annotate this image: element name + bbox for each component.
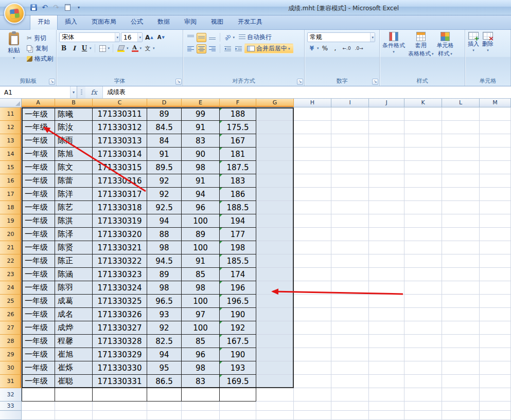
cell-M18[interactable] — [480, 201, 511, 214]
cell-K22[interactable] — [404, 254, 442, 268]
cell-K13[interactable] — [404, 134, 442, 148]
cell-C15[interactable]: 171330315 — [93, 161, 147, 174]
redo-button[interactable]: ↷ — [51, 3, 61, 12]
cell-E27[interactable]: 100 — [182, 321, 220, 335]
row-header-21[interactable]: 21 — [0, 241, 22, 254]
cell-L11[interactable] — [442, 107, 480, 121]
cell-B26[interactable]: 成名 — [55, 308, 93, 321]
row-header-29[interactable]: 29 — [0, 348, 22, 361]
cell-H30[interactable] — [294, 361, 331, 375]
cell-M31[interactable] — [480, 375, 511, 388]
cell-E32[interactable] — [182, 388, 220, 401]
decrease-indent-button[interactable] — [223, 44, 233, 53]
currency-button[interactable]: ¥ — [307, 44, 316, 53]
cell-L20[interactable] — [442, 228, 480, 241]
column-header-J[interactable]: J — [369, 99, 404, 107]
cell-I23[interactable] — [331, 268, 369, 281]
cell-G17[interactable] — [256, 188, 294, 201]
cell-A26[interactable]: 一年级 — [22, 308, 55, 321]
cell-C23[interactable]: 171330323 — [93, 268, 147, 281]
cell-B24[interactable]: 陈羽 — [55, 281, 93, 295]
cell-H22[interactable] — [294, 254, 331, 268]
cell-K31[interactable] — [404, 375, 442, 388]
fill-color-button[interactable] — [116, 44, 126, 53]
cell-A23[interactable]: 一年级 — [22, 268, 55, 281]
cell-A[interactable] — [22, 411, 55, 420]
cell-C26[interactable]: 171330326 — [93, 308, 147, 321]
cell-M22[interactable] — [480, 254, 511, 268]
row-header-24[interactable]: 24 — [0, 281, 22, 295]
cell-B23[interactable]: 陈涵 — [55, 268, 93, 281]
column-header-D[interactable]: D — [147, 99, 182, 107]
cell-D22[interactable]: 94.5 — [147, 254, 182, 268]
cell-E16[interactable]: 91 — [182, 174, 220, 188]
cell-M19[interactable] — [480, 214, 511, 228]
cell-J29[interactable] — [369, 348, 404, 361]
cell-B14[interactable]: 陈旭 — [55, 148, 93, 161]
cell-K18[interactable] — [404, 201, 442, 214]
cell-E29[interactable]: 96 — [182, 348, 220, 361]
cell-C[interactable] — [93, 411, 147, 420]
cell-I22[interactable] — [331, 254, 369, 268]
orientation-dropdown-icon[interactable]: ▾ — [233, 35, 235, 40]
cell-H14[interactable] — [294, 148, 331, 161]
cell-J[interactable] — [369, 411, 404, 420]
cell-B30[interactable]: 崔烁 — [55, 361, 93, 375]
cell-J31[interactable] — [369, 375, 404, 388]
cell-B33[interactable] — [55, 401, 93, 411]
formula-bar-splitter[interactable] — [77, 86, 85, 98]
cell-A13[interactable]: 一年级 — [22, 134, 55, 148]
cell-K24[interactable] — [404, 281, 442, 295]
cell-J28[interactable] — [369, 335, 404, 348]
row-header-27[interactable]: 27 — [0, 321, 22, 335]
increase-decimal-button[interactable]: ←.0 — [341, 44, 353, 53]
cell-C28[interactable]: 171330328 — [93, 335, 147, 348]
cell-C12[interactable]: 171330312 — [93, 121, 147, 134]
cell-D24[interactable]: 98 — [147, 281, 182, 295]
row-header-14[interactable]: 14 — [0, 148, 22, 161]
delete-cells-button[interactable]: 删除 ▾ — [481, 31, 495, 77]
grow-font-button[interactable]: A▲ — [144, 33, 155, 42]
cell-H15[interactable] — [294, 161, 331, 174]
cell-L27[interactable] — [442, 321, 480, 335]
cell-E20[interactable]: 89 — [182, 228, 220, 241]
cell-J16[interactable] — [369, 174, 404, 188]
cell-J30[interactable] — [369, 361, 404, 375]
cell-G25[interactable] — [256, 295, 294, 308]
cell-D[interactable] — [147, 411, 182, 420]
format-as-table-button[interactable]: 套用 表格格式▾ — [407, 31, 435, 77]
cell-F32[interactable] — [220, 388, 256, 401]
clipboard-dialog-launcher[interactable]: ↘ — [49, 79, 55, 85]
cell-G32[interactable] — [256, 388, 294, 401]
cell-D23[interactable]: 89 — [147, 268, 182, 281]
cell-A18[interactable]: 一年级 — [22, 201, 55, 214]
cell-E15[interactable]: 98 — [182, 161, 220, 174]
align-center-button[interactable] — [197, 44, 206, 53]
cell-L28[interactable] — [442, 335, 480, 348]
comma-button[interactable]: , — [331, 44, 340, 53]
cell-H23[interactable] — [294, 268, 331, 281]
cell-I15[interactable] — [331, 161, 369, 174]
cell-H31[interactable] — [294, 375, 331, 388]
cell-A17[interactable]: 一年级 — [22, 188, 55, 201]
phonetic-guide-button[interactable]: 文 — [143, 44, 152, 53]
customize-qat-button[interactable]: ▾ — [74, 3, 83, 12]
cell-B21[interactable]: 陈贤 — [55, 241, 93, 254]
cell-F30[interactable]: 193 — [220, 361, 256, 375]
column-header-K[interactable]: K — [404, 99, 442, 107]
cell-C27[interactable]: 171330327 — [93, 321, 147, 335]
name-box[interactable]: A1 ▾ — [0, 86, 77, 98]
cell-F28[interactable]: 167.5 — [220, 335, 256, 348]
cell-L13[interactable] — [442, 134, 480, 148]
formula-input[interactable]: 成绩表 — [103, 86, 511, 98]
cell-K15[interactable] — [404, 161, 442, 174]
cell-D14[interactable]: 91 — [147, 148, 182, 161]
row-header-22[interactable]: 22 — [0, 254, 22, 268]
row-header-26[interactable]: 26 — [0, 308, 22, 321]
cell-J27[interactable] — [369, 321, 404, 335]
cell-M[interactable] — [480, 411, 511, 420]
align-middle-button[interactable] — [197, 33, 206, 42]
cell-C20[interactable]: 171330320 — [93, 228, 147, 241]
cell-G24[interactable] — [256, 281, 294, 295]
cell-K20[interactable] — [404, 228, 442, 241]
